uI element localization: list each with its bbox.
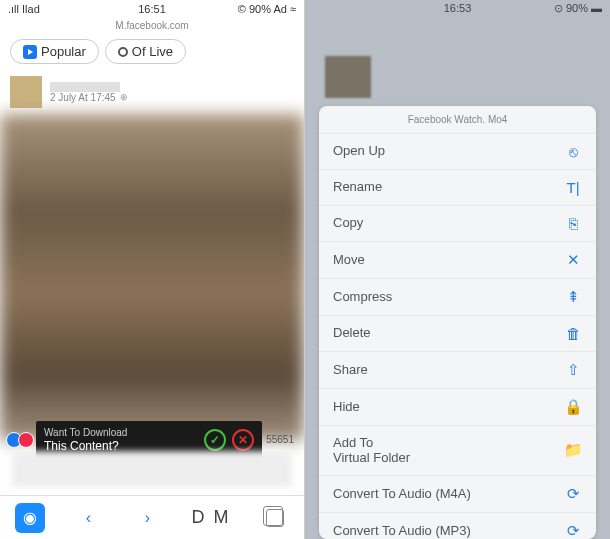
status-bar-right: 16:53 ⊙ 90% ▬ [305,0,610,16]
compress-icon: ⇞ [564,288,582,306]
menu-move-label: Move [333,252,365,268]
menu-open-label: Open Up [333,143,385,159]
post-meta: 2 July At 17:45 ⊕ [50,82,128,103]
live-icon [118,47,128,57]
refresh-icon: ⟳ [564,485,582,503]
menu-open[interactable]: Open Up ⎋ [319,134,596,170]
download-text: Want To Download This Content? [44,427,127,453]
menu-rename-label: Rename [333,179,382,195]
trash-icon: 🗑 [564,325,582,342]
globe-icon: ⊕ [120,92,128,102]
reactions[interactable] [10,432,34,448]
menu-compress[interactable]: Compress ⇞ [319,279,596,316]
menu-add-virtual-folder[interactable]: Add To Virtual Folder 📁 [319,426,596,476]
reaction-count: 55651 [266,434,294,445]
menu-convert-m4a[interactable]: Convert To Audio (M4A) ⟳ [319,476,596,513]
open-icon: ⎋ [564,143,582,160]
tab-popular-label: Popular [41,44,86,59]
rename-icon: T| [564,179,582,196]
menu-convert-mp3[interactable]: Convert To Audio (MP3) ⟳ [319,513,596,539]
menu-copy-label: Copy [333,215,363,231]
status-time: 16:51 [138,3,166,15]
confirm-button[interactable]: ✓ [204,429,226,451]
cancel-button[interactable]: ✕ [232,429,254,451]
post-media-blurred[interactable] [0,114,304,441]
file-thumbnail[interactable] [325,56,371,98]
context-menu: Facebook Watch. Mo4 Open Up ⎋ Rename T| … [319,106,596,539]
menu-hide[interactable]: Hide 🔒 [319,389,596,426]
menu-share-label: Share [333,362,368,378]
tabs-button[interactable] [260,503,290,533]
tab-live-label: Of Live [132,44,173,59]
comment-blurred [12,451,292,487]
folder-icon: 📁 [564,441,582,459]
post-date-text: 2 July At 17:45 [50,92,116,103]
avatar[interactable] [10,76,42,108]
refresh-icon: ⟳ [564,522,582,539]
menu-compress-label: Compress [333,289,392,305]
love-icon [18,432,34,448]
dm-label[interactable]: D M [192,507,231,528]
url-bar[interactable]: M.facebook.com [0,18,304,35]
tabs-icon [266,509,284,527]
lock-icon: 🔒 [564,398,582,416]
battery-right: ⊙ 90% ▬ [554,2,602,15]
status-time-right: 16:53 [444,2,472,14]
post-author-redacted [50,82,120,92]
back-button[interactable]: ‹ [74,503,104,533]
menu-rename[interactable]: Rename T| [319,170,596,206]
right-screenshot: 16:53 ⊙ 90% ▬ Facebook Watch. Mo4 Open U… [305,0,610,539]
menu-title: Facebook Watch. Mo4 [319,106,596,134]
download-line1: Want To Download [44,427,127,439]
share-icon: ⇧ [564,361,582,379]
home-button[interactable]: ◉ [15,503,45,533]
menu-delete[interactable]: Delete 🗑 [319,316,596,352]
play-icon [23,45,37,59]
status-bar-left: .ıll Ilad 16:51 © 90% Ad ≈ [0,0,304,18]
left-screenshot: .ıll Ilad 16:51 © 90% Ad ≈ M.facebook.co… [0,0,305,539]
bottom-toolbar: ◉ ‹ › D M [0,495,304,539]
download-buttons: ✓ ✕ [204,429,254,451]
post-header: 2 July At 17:45 ⊕ [0,72,304,112]
copy-icon: ⎘ [564,215,582,232]
menu-copy[interactable]: Copy ⎘ [319,206,596,242]
menu-addfolder-label: Add To Virtual Folder [333,435,410,466]
feed-tabs: Popular Of Live [0,35,304,72]
move-icon: ✕ [564,251,582,269]
menu-m4a-label: Convert To Audio (M4A) [333,486,471,502]
tab-popular[interactable]: Popular [10,39,99,64]
menu-move[interactable]: Move ✕ [319,242,596,279]
tab-live[interactable]: Of Live [105,39,186,64]
forward-button[interactable]: › [133,503,163,533]
menu-hide-label: Hide [333,399,360,415]
menu-share[interactable]: Share ⇧ [319,352,596,389]
post-date: 2 July At 17:45 ⊕ [50,92,128,103]
battery-indicator: © 90% Ad ≈ [238,3,296,15]
menu-mp3-label: Convert To Audio (MP3) [333,523,471,539]
carrier: .ıll Ilad [8,3,40,15]
menu-delete-label: Delete [333,325,371,341]
